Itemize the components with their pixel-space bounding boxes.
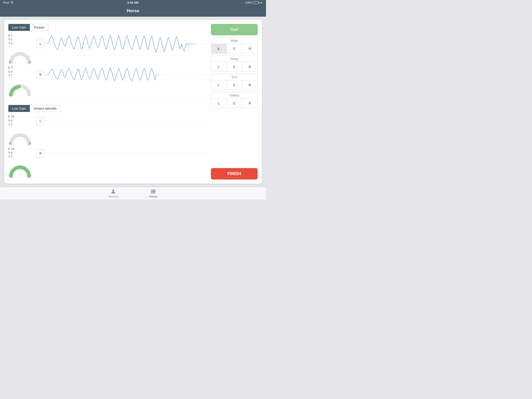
nav-title: Horse: [127, 8, 139, 14]
sensor-2-bottom-labels: E 10 S 0 T 0: [8, 147, 14, 159]
sensor-1-R-button[interactable]: R: [36, 71, 45, 79]
sensor-1-gauge-values-top: 0 -6: [8, 61, 32, 64]
walk-C-button[interactable]: C: [227, 44, 242, 53]
sensor-2-muscle-button[interactable]: Ulnaris lateralis: [30, 105, 61, 112]
trot-group: Trot L C R: [211, 74, 258, 90]
sensor-1-bottom-labels: E 2 S 4 T 7: [8, 66, 13, 78]
gallop-buttons: L C R: [211, 98, 257, 108]
gallop-group: Gallop L C R: [211, 92, 258, 108]
status-left: iPad: [3, 1, 14, 4]
jump-C-button[interactable]: C: [227, 62, 242, 71]
account-icon: [110, 189, 116, 195]
sensor-1-gain-row: Low Gain Triceps: [8, 24, 207, 31]
tab-bar: Account Horses: [0, 187, 266, 200]
sensor-2-gain-button[interactable]: Low Gain: [8, 105, 30, 112]
trot-buttons: L C R: [211, 80, 257, 90]
sensor-2-channel-R-row: R: [36, 147, 207, 160]
walk-buttons: L C R: [211, 44, 257, 53]
sensor-1-channel-L-row: L: [36, 34, 207, 54]
jump-R-button[interactable]: R: [242, 62, 257, 71]
gallop-R-button[interactable]: R: [242, 98, 257, 108]
status-right: 100% ⚡: [245, 1, 263, 4]
tab-horses[interactable]: Horses: [149, 189, 157, 198]
finish-button[interactable]: FINISH: [211, 168, 258, 179]
gallop-C-button[interactable]: C: [227, 98, 242, 108]
sensor-1-gauge-area: E 1 S 1 T 4 0 -6: [8, 34, 34, 64]
trot-C-button[interactable]: C: [227, 80, 242, 90]
sensor-1-bottom-row: E 2 S 4 T 7: [8, 66, 207, 96]
trot-R-button[interactable]: R: [242, 80, 257, 90]
sensor-1-L-button[interactable]: L: [36, 40, 45, 48]
walk-R-button[interactable]: R: [242, 44, 257, 53]
svg-rect-5: [151, 190, 156, 190]
sensor-2-gauge-top-area: E 10 S 0 T 0 0 0: [8, 115, 34, 145]
sensor-2-top-row: E 10 S 0 T 0 0 0: [8, 115, 207, 145]
status-bar: iPad 6:02 AM 100% ⚡: [0, 0, 266, 5]
wifi-icon: [10, 1, 14, 4]
sensor-2-gauge-values-top: 0 0: [8, 142, 32, 145]
sensor-2-channel-L-row: L: [36, 115, 207, 128]
status-time: 6:02 AM: [128, 1, 138, 4]
sensor-1-gauge-bottom-area: E 2 S 4 T 7: [8, 66, 34, 96]
trot-L-button[interactable]: L: [211, 80, 227, 90]
walk-label: Walk: [211, 38, 257, 44]
gallop-L-button[interactable]: L: [211, 98, 227, 108]
jump-group: Jump L C R: [211, 56, 258, 72]
svg-rect-7: [151, 192, 156, 193]
jump-label: Jump: [211, 56, 257, 62]
battery-icon: [254, 1, 259, 4]
sensor-2-gauge-left: 0: [9, 142, 11, 145]
tab-account[interactable]: Account: [109, 189, 118, 198]
charging-icon: ⚡: [260, 1, 263, 4]
account-tab-label: Account: [109, 195, 118, 198]
start-button[interactable]: Start: [211, 24, 258, 35]
sensor-2-gauge-bottom-area: E 10 S 0 T 0: [8, 147, 34, 178]
walk-L-button[interactable]: L: [211, 44, 227, 53]
sensor-2-gauge-bottom: [8, 159, 32, 178]
sensor-2-gain-row: Low Gain Ulnaris lateralis: [8, 105, 207, 112]
sensor-1-gauge-top: 0 -6: [8, 46, 32, 64]
sensor-1-top-labels: E 1 S 1 T 4: [8, 34, 13, 45]
svg-rect-6: [151, 191, 156, 192]
sensor-2-block: Low Gain Ulnaris lateralis E 10 S 0 T 0: [8, 105, 207, 177]
left-panel: Low Gain Triceps E 1 S 1 T 4: [8, 24, 207, 179]
sensor-1-gain-button[interactable]: Low Gain: [8, 24, 30, 31]
gallop-label: Gallop: [211, 92, 257, 98]
main-content: Low Gain Triceps E 1 S 1 T 4: [0, 17, 266, 187]
nav-bar: Horse: [0, 5, 266, 17]
main-card: Low Gain Triceps E 1 S 1 T 4: [4, 20, 262, 184]
sensor-2-waveform-top: [47, 115, 207, 128]
divider: [8, 101, 207, 101]
sensor-1-block: Low Gain Triceps E 1 S 1 T 4: [8, 24, 207, 96]
sensor-1-waveform-bottom: [47, 66, 207, 84]
trot-label: Trot: [211, 74, 257, 80]
battery-percent: 100%: [245, 1, 252, 4]
horses-tab-label: Horses: [149, 195, 157, 198]
sensor-1-gauge-left: 0: [9, 61, 11, 64]
sensor-2-top-labels: E 10 S 0 T 0: [8, 115, 14, 127]
sensor-2-L-button[interactable]: L: [36, 117, 45, 125]
sensor-1-channel-R-row: R: [36, 66, 207, 84]
sensor-1-waveform-top: [47, 34, 207, 54]
right-panel: Start Walk L C R Jump L C R: [211, 24, 258, 179]
sensor-1-gauge-right: -6: [28, 61, 31, 64]
jump-L-button[interactable]: L: [211, 62, 227, 71]
walk-group: Walk L C R: [211, 37, 258, 54]
device-label: iPad: [3, 1, 9, 4]
jump-buttons: L C R: [211, 62, 257, 71]
sensor-1-top-row: E 1 S 1 T 4 0 -6: [8, 34, 207, 64]
sensor-2-waveform-bottom: [47, 147, 207, 160]
sensor-2-R-button[interactable]: R: [36, 149, 45, 158]
sensor-2-gauge-right: 0: [29, 142, 31, 145]
svg-point-4: [112, 189, 114, 191]
sensor-2-gauge-top: 0 0: [8, 127, 32, 145]
sensor-2-bottom-row: E 10 S 0 T 0: [8, 147, 207, 178]
horses-icon: [150, 189, 156, 195]
sensor-1-muscle-button[interactable]: Triceps: [30, 24, 48, 31]
sensor-1-gauge-bottom: [8, 78, 32, 96]
